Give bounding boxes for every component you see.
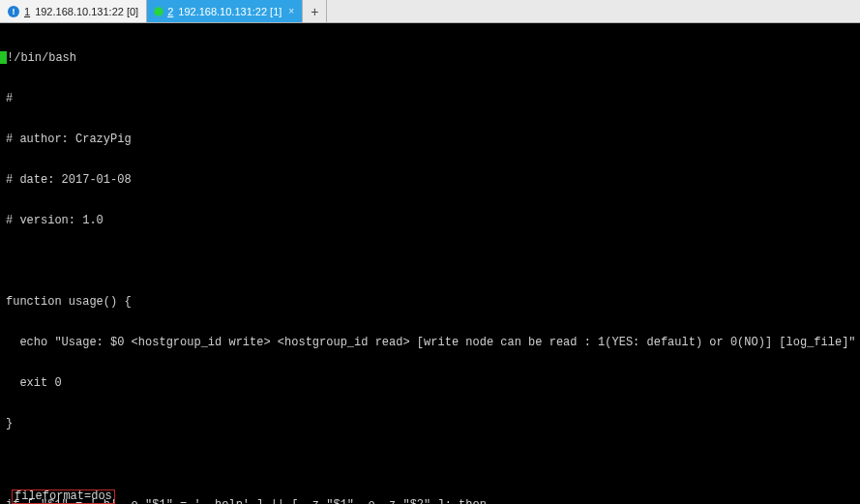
code-line: echo "Usage: $0 <hostgroup_id write> <ho… — [0, 336, 856, 349]
code-line: } — [0, 417, 856, 430]
code-line — [0, 458, 856, 471]
code-line: # — [0, 92, 856, 105]
connected-icon — [155, 8, 163, 15]
terminal-content: !/bin/bash # # author: CrazyPig # date: … — [0, 24, 856, 504]
tab-number: 2 — [167, 6, 173, 17]
close-icon[interactable]: × — [288, 6, 294, 16]
terminal[interactable]: !/bin/bash # # author: CrazyPig # date: … — [0, 23, 860, 504]
code-line: # version: 1.0 — [0, 214, 856, 227]
tab-label: 192.168.10.131:22 [0] — [35, 6, 138, 17]
code-line: !/bin/bash — [7, 51, 76, 65]
tab-bar: ! 1 192.168.10.131:22 [0] 2 192.168.10.1… — [0, 0, 860, 23]
tab-2-active[interactable]: 2 192.168.10.131:22 [1] × — [147, 0, 303, 22]
code-line — [0, 254, 856, 268]
code-line: if [ "$1" = '-h' -o "$1" = '--help' ] ||… — [0, 498, 856, 504]
cursor-block — [0, 51, 7, 64]
code-line: # date: 2017-01-08 — [0, 173, 856, 187]
code-line: function usage() { — [0, 295, 856, 309]
code-line: exit 0 — [0, 376, 856, 390]
new-tab-button[interactable]: + — [303, 0, 327, 22]
tab-label: 192.168.10.131:22 [1] — [178, 6, 282, 17]
alert-icon: ! — [8, 6, 19, 17]
code-line: # author: CrazyPig — [0, 133, 856, 146]
tab-number: 1 — [24, 6, 30, 17]
vim-status-fileformat: fileformat=dos — [12, 489, 115, 504]
tab-1[interactable]: ! 1 192.168.10.131:22 [0] — [0, 0, 147, 22]
